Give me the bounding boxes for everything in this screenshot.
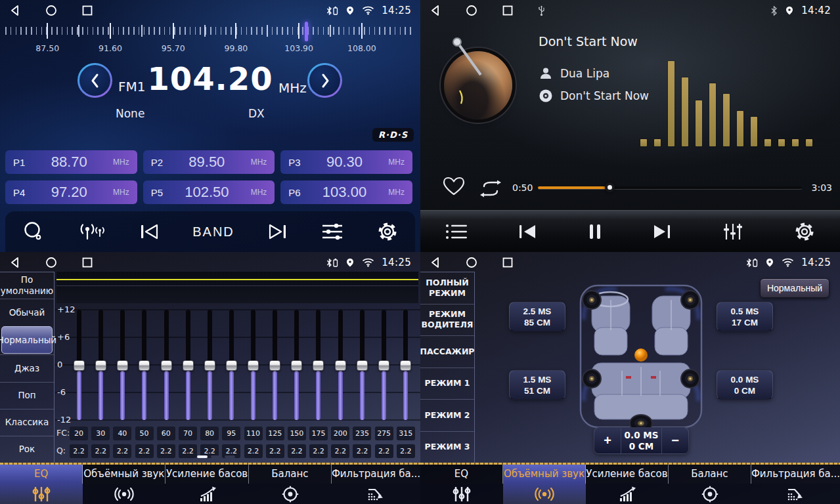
slider-handle[interactable] xyxy=(335,360,346,371)
eq-band-slider[interactable] xyxy=(378,310,389,420)
equalizer-icon[interactable] xyxy=(321,222,343,241)
eq-band-slider[interactable] xyxy=(269,310,280,420)
fc-value[interactable]: 50 xyxy=(135,427,154,440)
fc-value[interactable]: 20 xyxy=(70,427,88,440)
slider-handle[interactable] xyxy=(378,360,389,371)
fc-value[interactable]: 150 xyxy=(288,427,306,440)
listening-mode-item[interactable]: РЕЖИМ 1 xyxy=(420,368,474,400)
slider-handle[interactable] xyxy=(204,360,215,371)
fc-value[interactable]: 125 xyxy=(266,427,284,440)
eq-preset-item[interactable]: Классика xyxy=(0,409,54,436)
slider-handle[interactable] xyxy=(357,360,368,371)
sound-profile-button[interactable]: Нормальный xyxy=(760,278,829,298)
slider-handle[interactable] xyxy=(183,360,194,371)
broadcast-icon[interactable] xyxy=(78,222,106,242)
eq-preset-item[interactable]: Рок xyxy=(0,436,54,463)
eq-preset-item[interactable]: Обычай xyxy=(0,299,54,326)
eq-preset-item[interactable]: Джаз xyxy=(0,354,54,381)
eq-band-slider[interactable] xyxy=(226,310,237,420)
q-value[interactable]: 2.2 xyxy=(91,444,110,458)
slider-handle[interactable] xyxy=(400,360,411,371)
fc-value[interactable]: 235 xyxy=(353,427,371,440)
radio-preset-button[interactable]: P497.20MHz xyxy=(5,180,137,204)
eq-preset-item[interactable]: Поп xyxy=(0,382,54,409)
tab-eq[interactable]: EQ xyxy=(0,465,83,504)
nav-back-button[interactable] xyxy=(430,257,441,268)
fc-value[interactable]: 175 xyxy=(309,427,328,440)
listening-mode-item[interactable]: РЕЖИМ 2 xyxy=(420,399,474,431)
eq-band-slider[interactable] xyxy=(161,310,172,420)
radio-preset-button[interactable]: P390.30MHz xyxy=(280,150,412,174)
settings-gear-icon[interactable] xyxy=(377,221,398,242)
q-value[interactable]: 2.2 xyxy=(353,444,371,458)
fc-value[interactable]: 95 xyxy=(222,427,240,440)
slider-handle[interactable] xyxy=(139,360,150,371)
tab-eq[interactable]: EQ xyxy=(420,465,503,504)
fc-value[interactable]: 30 xyxy=(91,427,110,440)
decrease-delay-button[interactable]: − xyxy=(662,428,688,453)
slider-handle[interactable] xyxy=(95,360,106,371)
tab-balance[interactable]: Баланс xyxy=(249,465,332,504)
slider-handle[interactable] xyxy=(291,360,302,371)
eq-band-slider[interactable] xyxy=(357,310,368,420)
slider-handle[interactable] xyxy=(74,360,85,371)
nav-recents-button[interactable] xyxy=(81,5,93,16)
nav-home-button[interactable] xyxy=(466,257,477,268)
front-left-delay-button[interactable]: 2.5 MS 85 CM xyxy=(509,302,565,331)
eq-band-slider[interactable] xyxy=(204,310,215,420)
nav-home-button[interactable] xyxy=(45,5,57,16)
nav-recents-button[interactable] xyxy=(502,5,514,16)
eq-band-slider[interactable] xyxy=(248,310,259,420)
eq-band-slider[interactable] xyxy=(74,310,85,420)
fc-value[interactable]: 110 xyxy=(244,427,263,440)
nav-back-button[interactable] xyxy=(9,257,21,268)
front-right-delay-button[interactable]: 0.5 MS 17 CM xyxy=(717,302,773,331)
listening-mode-item[interactable]: РЕЖИМ ВОДИТЕЛЯ xyxy=(420,304,474,336)
q-value[interactable]: 2.2 xyxy=(179,444,197,458)
slider-handle[interactable] xyxy=(117,360,128,371)
slider-handle[interactable] xyxy=(269,360,280,371)
frequency-dial[interactable]: 87.5091.6095.7099.80103.90108.00 xyxy=(5,22,415,54)
progress-bar[interactable] xyxy=(538,186,802,189)
listening-mode-item[interactable]: РЕЖИМ 3 xyxy=(420,431,474,463)
tab-bass-boost[interactable]: Усиление басов xyxy=(166,465,248,504)
q-value[interactable]: 2.2 xyxy=(244,444,263,458)
previous-track-icon[interactable] xyxy=(518,223,537,240)
listening-mode-item[interactable]: ПОЛНЫЙ РЕЖИМ xyxy=(420,272,474,304)
radio-preset-button[interactable]: P5102.50MHz xyxy=(143,180,275,204)
fc-value[interactable]: 275 xyxy=(375,427,393,440)
fc-value[interactable]: 60 xyxy=(157,427,175,440)
band-button[interactable]: BAND xyxy=(192,224,234,240)
pause-icon[interactable] xyxy=(587,222,603,241)
nav-home-button[interactable] xyxy=(45,257,57,268)
nav-back-button[interactable] xyxy=(9,5,21,16)
audio-faders-icon[interactable] xyxy=(722,222,744,242)
slider-handle[interactable] xyxy=(161,360,172,371)
fc-value[interactable]: 200 xyxy=(331,427,349,440)
rear-left-delay-button[interactable]: 1.5 MS 51 CM xyxy=(509,370,565,400)
tab-filter[interactable]: Фильтрация ба... xyxy=(332,465,420,504)
nav-back-button[interactable] xyxy=(430,5,441,16)
slider-handle[interactable] xyxy=(313,360,324,371)
q-value[interactable]: 2.2 xyxy=(113,444,131,458)
radio-preset-button[interactable]: P289.50MHz xyxy=(143,150,275,174)
settings-gear-icon[interactable] xyxy=(794,221,815,242)
q-value[interactable]: 2.2 xyxy=(375,444,393,458)
eq-band-slider[interactable] xyxy=(95,310,106,420)
eq-band-slider[interactable] xyxy=(183,310,194,420)
eq-band-slider[interactable] xyxy=(400,310,411,420)
fc-value[interactable]: 80 xyxy=(200,427,219,440)
q-value[interactable]: 2.2 xyxy=(70,444,88,458)
seek-up-button[interactable] xyxy=(307,63,342,98)
radio-preset-button[interactable]: P6103.00MHz xyxy=(280,180,412,204)
eq-preset-item[interactable]: По умолчанию xyxy=(0,272,54,299)
favorite-heart-icon[interactable] xyxy=(442,176,466,197)
tab-balance[interactable]: Баланс xyxy=(669,465,751,504)
previous-station-icon[interactable] xyxy=(139,223,159,240)
q-value[interactable]: 2.2 xyxy=(397,444,415,458)
radio-preset-button[interactable]: P188.70MHz xyxy=(5,150,137,174)
eq-band-slider[interactable] xyxy=(291,310,302,420)
listening-mode-item[interactable]: ПАССАЖИР xyxy=(420,335,474,368)
fc-value[interactable]: 40 xyxy=(113,427,131,440)
scan-icon[interactable] xyxy=(22,220,45,243)
